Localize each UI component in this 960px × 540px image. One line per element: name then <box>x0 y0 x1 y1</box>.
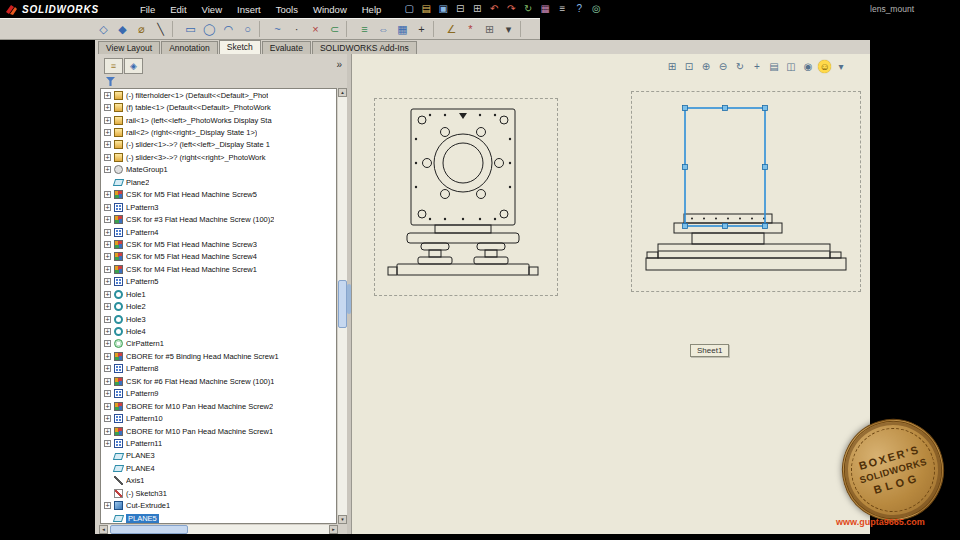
tree-item[interactable]: +Hole4 <box>101 325 336 337</box>
tree-item[interactable]: PLANE3 <box>101 450 336 462</box>
expand-icon[interactable]: + <box>104 191 111 198</box>
new-document-icon[interactable]: ▢ <box>402 2 416 16</box>
redo-icon[interactable]: ↷ <box>504 2 518 16</box>
horizontal-scroll-thumb[interactable] <box>110 525 188 534</box>
tree-item[interactable]: +CSK for #6 Flat Head Machine Screw (100… <box>101 375 336 387</box>
expand-icon[interactable]: + <box>104 316 111 323</box>
expand-icon[interactable]: + <box>104 104 111 111</box>
tree-item[interactable]: +(-) slider<1>->? (left<<left>_Display S… <box>101 139 336 151</box>
save-icon[interactable]: ▣ <box>436 2 450 16</box>
tree-item[interactable]: PLANE4 <box>101 462 336 474</box>
expand-icon[interactable]: + <box>104 141 111 148</box>
mirror-icon[interactable]: ⇔ <box>375 21 392 37</box>
expand-icon[interactable]: + <box>104 440 111 447</box>
tree-item[interactable]: +CBORE for M10 Pan Head Machine Screw1 <box>101 425 336 437</box>
convert-entities-icon[interactable]: ⊂ <box>326 21 347 37</box>
menu-file[interactable]: File <box>133 2 162 17</box>
edit-color-icon[interactable]: ▦ <box>538 2 552 16</box>
zoom-to-fit-icon[interactable]: ⊞ <box>665 60 679 73</box>
rotate-view-icon[interactable]: ↻ <box>733 60 747 73</box>
arc-icon[interactable]: ◠ <box>220 21 237 37</box>
menu-window[interactable]: Window <box>306 2 354 17</box>
zoom-to-area-icon[interactable]: ⊡ <box>682 60 696 73</box>
display-relations-icon[interactable]: ∠ <box>443 21 460 37</box>
expand-icon[interactable]: + <box>104 253 111 260</box>
smart-dimension-icon[interactable]: ⌀ <box>133 21 150 37</box>
tree-item[interactable]: +CSK for M4 Flat Head Machine Screw1 <box>101 263 336 275</box>
tree-item[interactable]: +CBORE for M10 Pan Head Machine Screw2 <box>101 400 336 412</box>
quick-tips-icon[interactable]: ☺ <box>818 60 831 73</box>
expand-icon[interactable]: + <box>104 365 111 372</box>
menu-edit[interactable]: Edit <box>163 2 193 17</box>
selected-sketch-rectangle[interactable] <box>685 108 765 226</box>
ellipse-icon[interactable]: ○ <box>239 21 260 37</box>
expand-icon[interactable]: + <box>104 353 111 360</box>
pan-icon[interactable]: + <box>750 60 764 73</box>
rectangle-icon[interactable]: ▭ <box>182 21 199 37</box>
vertical-scroll-thumb[interactable] <box>338 280 347 328</box>
tree-item[interactable]: +Hole3 <box>101 313 336 325</box>
filter-funnel-icon[interactable] <box>106 77 115 86</box>
featuremanager-tree-tab[interactable]: ≡ <box>104 58 123 74</box>
expand-icon[interactable]: + <box>104 291 111 298</box>
tree-item[interactable]: +CSK for M5 Flat Head Machine Screw4 <box>101 251 336 263</box>
zoom-out-icon[interactable]: ⊖ <box>716 60 730 73</box>
tree-item[interactable]: +CSK for M5 Flat Head Machine Screw3 <box>101 238 336 250</box>
tree-item[interactable]: +rail<2> (right<<right>_Display State 1>… <box>101 126 336 138</box>
linear-pattern-icon[interactable]: ▦ <box>394 21 411 37</box>
tree-item[interactable]: +Cut-Extrude1 <box>101 499 336 511</box>
sheet-label[interactable]: Sheet1 <box>690 344 729 357</box>
web-icon[interactable]: ◎ <box>589 2 603 16</box>
scroll-right-icon[interactable]: ► <box>329 525 338 534</box>
tree-vertical-scrollbar[interactable]: ▲ ▼ <box>338 88 347 524</box>
print-preview-icon[interactable]: ⊞ <box>470 2 484 16</box>
select-icon[interactable]: ◇ <box>95 21 112 37</box>
trim-icon[interactable]: × <box>307 21 324 37</box>
point-icon[interactable]: · <box>288 21 305 37</box>
undo-icon[interactable]: ↶ <box>487 2 501 16</box>
expand-icon[interactable]: + <box>104 502 111 509</box>
expand-icon[interactable]: + <box>104 428 111 435</box>
expand-icon[interactable]: + <box>104 229 111 236</box>
drawing-canvas[interactable]: ⊞⊡⊕⊖↻+▤◫◉☺▾ <box>351 54 870 534</box>
expand-icon[interactable]: + <box>104 340 111 347</box>
tree-item[interactable]: +LPattern5 <box>101 276 336 288</box>
tree-item[interactable]: Axis1 <box>101 475 336 487</box>
expand-icon[interactable]: + <box>104 216 111 223</box>
tree-item[interactable]: (-) Sketch31 <box>101 487 336 499</box>
expand-icon[interactable]: + <box>104 390 111 397</box>
tree-item[interactable]: PLANE5 <box>101 512 336 524</box>
tree-item[interactable]: +CSK for #3 Flat Head Machine Screw (100… <box>101 213 336 225</box>
dropdown-icon[interactable]: ▾ <box>500 21 521 37</box>
tree-item[interactable]: +(-) filterholder<1> (Default<<Default>_… <box>101 89 336 101</box>
tab-view-layout[interactable]: View Layout <box>98 41 160 54</box>
expand-icon[interactable]: + <box>104 117 111 124</box>
tree-item[interactable]: +MateGroup1 <box>101 164 336 176</box>
expand-icon[interactable]: + <box>104 204 111 211</box>
expand-icon[interactable]: + <box>104 166 111 173</box>
display-style-icon[interactable]: ◫ <box>784 60 798 73</box>
expand-icon[interactable]: + <box>104 266 111 273</box>
tree-item[interactable]: +CirPattern1 <box>101 338 336 350</box>
expand-icon[interactable]: + <box>104 403 111 410</box>
tree-item[interactable]: +LPattern10 <box>101 412 336 424</box>
tree-item[interactable]: +rail<1> (left<<left>_PhotoWorks Display… <box>101 114 336 126</box>
hide-show-icon[interactable]: ◉ <box>801 60 815 73</box>
offset-entities-icon[interactable]: ≡ <box>356 21 373 37</box>
expand-icon[interactable]: + <box>104 415 111 422</box>
circle-icon[interactable]: ◯ <box>201 21 218 37</box>
sketch-icon[interactable]: ◆ <box>114 21 131 37</box>
drawing-view-side[interactable] <box>631 91 861 292</box>
spline-icon[interactable]: ~ <box>269 21 286 37</box>
grid-icon[interactable]: ⊞ <box>481 21 498 37</box>
tree-item[interactable]: +Hole2 <box>101 300 336 312</box>
zoom-in-icon[interactable]: ⊕ <box>699 60 713 73</box>
tree-item[interactable]: +LPattern9 <box>101 388 336 400</box>
menu-insert[interactable]: Insert <box>230 2 268 17</box>
rebuild-icon[interactable]: ↻ <box>521 2 535 16</box>
tree-item[interactable]: +LPattern4 <box>101 226 336 238</box>
tree-item[interactable]: +CSK for M5 Flat Head Machine Screw5 <box>101 189 336 201</box>
print-icon[interactable]: ⊟ <box>453 2 467 16</box>
expand-icon[interactable]: + <box>104 328 111 335</box>
expand-icon[interactable]: + <box>104 278 111 285</box>
